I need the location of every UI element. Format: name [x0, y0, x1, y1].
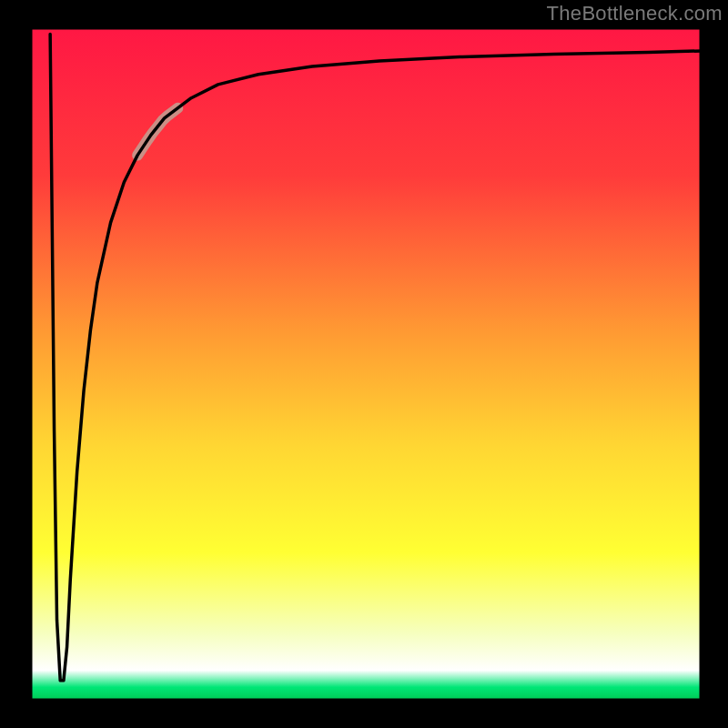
chart-container: TheBottleneck.com	[0, 0, 728, 728]
watermark-text: TheBottleneck.com	[547, 2, 723, 25]
chart-plot-bg	[30, 27, 702, 701]
bottleneck-chart	[0, 0, 728, 728]
